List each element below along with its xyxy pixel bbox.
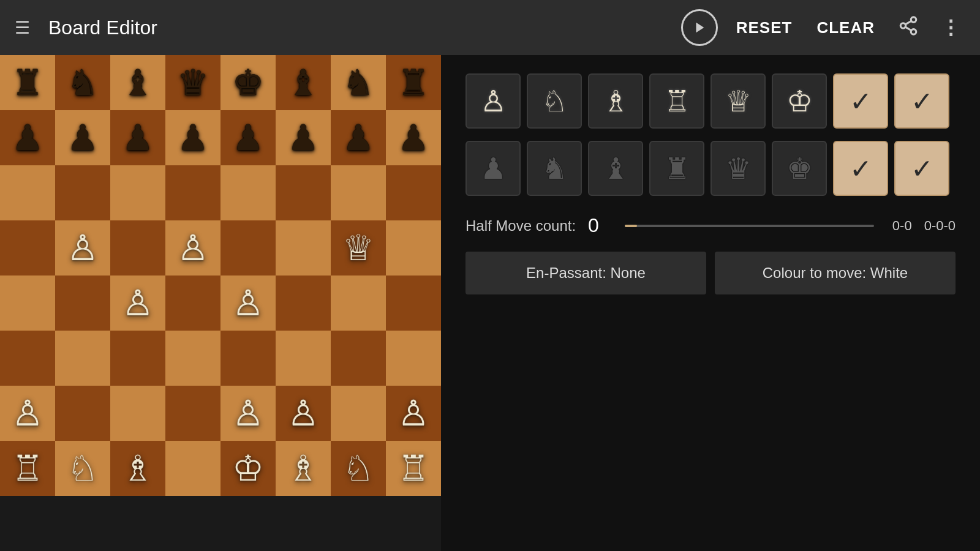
svg-marker-0 [696,23,704,33]
board-cell[interactable]: ♞ [331,55,386,110]
board-cell[interactable]: ♙ [276,386,331,441]
board-cell[interactable] [0,165,55,220]
board-cell[interactable]: ♟ [110,110,165,165]
board-cell[interactable]: ♗ [276,441,331,496]
board-cell[interactable] [165,386,221,441]
black-knight-btn[interactable]: ♞ [527,141,582,196]
half-move-row: Half Move count: 0 0-0 0-0-0 [466,214,956,237]
board-cell[interactable]: ♘ [331,441,386,496]
board-cell[interactable] [0,276,55,331]
white-queen-btn[interactable]: ♕ [710,73,766,129]
board-cell[interactable] [165,441,221,496]
board-cell[interactable]: ♟ [55,110,110,165]
board-cell[interactable] [55,165,110,220]
board-cell[interactable] [55,276,110,331]
board-cell[interactable] [221,220,276,276]
board-cell[interactable]: ♙ [221,386,276,441]
black-bishop-btn[interactable]: ♝ [588,141,643,196]
board-cell[interactable] [0,220,55,276]
board-cell[interactable] [386,331,441,386]
board-cell[interactable] [110,165,165,220]
menu-icon[interactable]: ☰ [15,18,30,38]
board-cell[interactable]: ♔ [221,441,276,496]
board-cell[interactable]: ♙ [221,276,276,331]
board-cell[interactable] [386,220,441,276]
board-cell[interactable] [110,386,165,441]
board-cell[interactable]: ♞ [55,55,110,110]
board-cell[interactable]: ♕ [331,220,386,276]
castling-labels: 0-0 0-0-0 [892,218,956,234]
board-cell[interactable] [165,165,221,220]
board-cell[interactable] [386,165,441,220]
colour-to-move-button[interactable]: Colour to move: White [715,252,956,294]
board-cell[interactable]: ♟ [165,110,221,165]
chess-board[interactable]: ♜♞♝♛♚♝♞♜♟♟♟♟♟♟♟♟♙♙♕♙♙♙♙♙♙♖♘♗♔♗♘♖ [0,55,441,551]
black-queen-btn[interactable]: ♛ [710,141,766,196]
board-cell[interactable]: ♝ [276,55,331,110]
black-pieces-row: ♟ ♞ ♝ ♜ ♛ ♚ ✓ ✓ [466,141,956,196]
board-cell[interactable] [221,331,276,386]
board-cell[interactable]: ♗ [110,441,165,496]
board-cell[interactable]: ♝ [110,55,165,110]
chess-piece: ♟ [342,120,374,156]
board-cell[interactable] [331,331,386,386]
board-cell[interactable] [276,165,331,220]
board-cell[interactable] [110,331,165,386]
board-cell[interactable]: ♖ [386,441,441,496]
black-pawn-btn[interactable]: ♟ [466,141,521,196]
board-cell[interactable] [276,220,331,276]
board-cell[interactable] [165,331,221,386]
white-king-btn[interactable]: ♔ [772,73,827,129]
board-cell[interactable] [0,331,55,386]
board-cell[interactable]: ♙ [55,220,110,276]
board-cell[interactable] [276,276,331,331]
more-icon[interactable]: ⋮ [936,16,965,39]
board-cell[interactable]: ♜ [0,55,55,110]
share-icon[interactable] [893,15,924,40]
board-cell[interactable] [165,276,221,331]
board-cell[interactable]: ♖ [0,441,55,496]
board-cell[interactable] [331,276,386,331]
right-panel: ♙ ♘ ♗ ♖ ♕ ♔ ✓ ✓ ♟ ♞ ♝ ♜ ♛ ♚ ✓ ✓ Half Mov… [441,55,980,551]
board-container: ♜♞♝♛♚♝♞♜♟♟♟♟♟♟♟♟♙♙♕♙♙♙♙♙♙♖♘♗♔♗♘♖ [0,55,441,551]
en-passant-button[interactable]: En-Passant: None [466,252,706,294]
chess-piece: ♜ [12,65,43,100]
castling-bk-checkbox[interactable]: ✓ [833,141,888,196]
clear-button[interactable]: CLEAR [810,18,881,37]
board-cell[interactable]: ♙ [0,386,55,441]
white-knight-btn[interactable]: ♘ [527,73,582,129]
board-cell[interactable] [55,386,110,441]
slider-track[interactable] [625,225,874,227]
board-cell[interactable]: ♟ [0,110,55,165]
board-cell[interactable]: ♜ [386,55,441,110]
board-cell[interactable] [221,165,276,220]
board-cell[interactable] [110,220,165,276]
svg-line-5 [905,21,911,24]
board-cell[interactable] [276,331,331,386]
board-cell[interactable]: ♟ [276,110,331,165]
board-cell[interactable]: ♙ [165,220,221,276]
board-cell[interactable]: ♟ [331,110,386,165]
board-cell[interactable]: ♘ [55,441,110,496]
black-rook-btn[interactable]: ♜ [649,141,704,196]
reset-button[interactable]: RESET [730,18,799,37]
board-cell[interactable]: ♟ [221,110,276,165]
board-cell[interactable]: ♛ [165,55,221,110]
castling-wq-checkbox[interactable]: ✓ [894,73,949,129]
board-cell[interactable] [55,331,110,386]
board-cell[interactable]: ♚ [221,55,276,110]
board-cell[interactable] [331,386,386,441]
white-pawn-btn[interactable]: ♙ [466,73,521,129]
board-cell[interactable] [386,276,441,331]
white-bishop-btn[interactable]: ♗ [588,73,643,129]
board-cell[interactable]: ♙ [386,386,441,441]
castling-bq-checkbox[interactable]: ✓ [894,141,949,196]
board-cell[interactable]: ♟ [386,110,441,165]
castling-wk-checkbox[interactable]: ✓ [833,73,888,129]
play-button[interactable] [681,9,718,46]
black-king-btn[interactable]: ♚ [772,141,827,196]
white-rook-btn[interactable]: ♖ [649,73,704,129]
board-cell[interactable]: ♙ [110,276,165,331]
chess-piece: ♟ [122,120,154,156]
board-cell[interactable] [331,165,386,220]
